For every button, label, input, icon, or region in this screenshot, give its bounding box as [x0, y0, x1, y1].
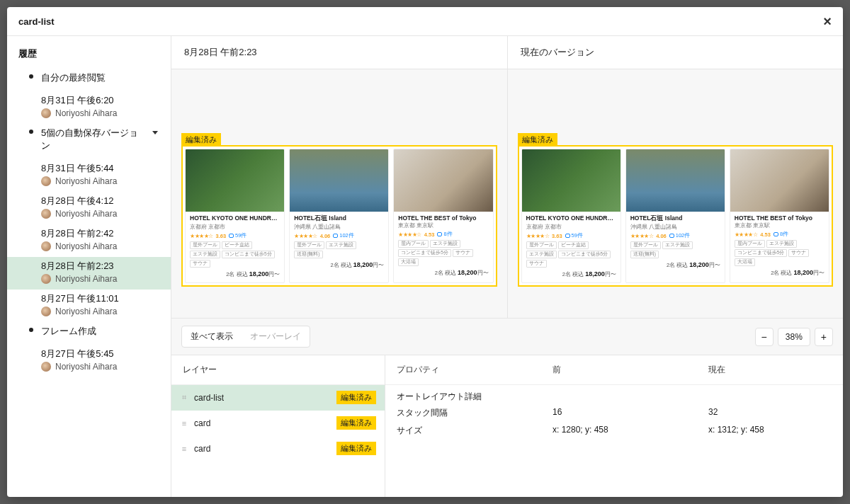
property-label: サイズ: [397, 425, 552, 437]
hotel-card[interactable]: HOTEL KYOTO ONE HUNDRED (ホテル…京都府 京都市★★★★…: [185, 149, 285, 283]
reviews-link[interactable]: 8件: [774, 231, 788, 238]
tag: 大浴場: [398, 258, 419, 266]
sidebar-version-item[interactable]: 8月28日 午前2:42Noriyoshi Aihara: [7, 224, 171, 257]
canvas-left[interactable]: 編集済み HOTEL KYOTO ONE HUNDRED (ホテル…京都府 京都…: [171, 69, 508, 318]
card-location: 沖縄県 八重山諸島: [294, 224, 384, 231]
version-time: 8月31日 午後5:44: [41, 162, 159, 175]
reviews-link[interactable]: 8件: [437, 231, 452, 238]
col-after: 現在: [708, 364, 832, 376]
layer-item[interactable]: ⌗card-list編集済み: [171, 385, 385, 411]
layer-item[interactable]: ≡card編集済み: [171, 411, 385, 436]
card-title: HOTEL THE BEST of Tokyo: [398, 214, 488, 222]
hotel-card[interactable]: HOTEL THE BEST of Tokyo東京都 東京駅★★★★☆4.538…: [730, 149, 829, 283]
rating-value: 3.63: [552, 233, 562, 239]
layers-heading: レイヤー: [171, 355, 385, 385]
sidebar-group[interactable]: フレーム作成: [7, 322, 171, 345]
main-panel: 8月28日 午前2:23 現在のバージョン 編集済み HOTEL KYOTO O…: [171, 36, 843, 497]
zoom-out-button[interactable]: −: [755, 328, 774, 346]
chevron-down-icon: [152, 131, 158, 134]
property-section: オートレイアウト詳細: [385, 385, 843, 404]
tag: エステ施設: [526, 251, 557, 258]
version-author: Noriyoshi Aihara: [41, 209, 159, 219]
stars-icon: ★★★★☆: [190, 233, 213, 239]
layer-icon: ≡: [180, 419, 188, 428]
comment-icon: [669, 234, 674, 238]
comment-icon: [333, 234, 338, 238]
property-label: スタック間隔: [397, 407, 552, 419]
layer-item[interactable]: ≡card編集済み: [171, 436, 385, 462]
edited-badge: 編集済み: [336, 442, 376, 455]
overlay-tab[interactable]: オーバーレイ: [242, 326, 310, 347]
card-price: 2名 税込 18,200円〜: [526, 270, 616, 278]
card-location: 京都府 京都市: [526, 224, 616, 231]
tag-row: 屋外プールビーチ直結エステ施設コンビニまで徒歩5分サウナ: [526, 241, 616, 268]
tag: 屋外プール: [190, 241, 220, 249]
canvas-right[interactable]: 編集済み HOTEL KYOTO ONE HUNDRED (ホテル…京都府 京都…: [508, 69, 844, 318]
sidebar-group-label: 自分の最終閲覧: [41, 71, 159, 84]
hotel-card[interactable]: HOTEL KYOTO ONE HUNDRED (ホテル…京都府 京都市★★★★…: [521, 149, 621, 283]
card-image: [186, 149, 284, 212]
close-icon[interactable]: ×: [823, 14, 832, 28]
reviews-link[interactable]: 59件: [229, 232, 246, 239]
version-time: 8月31日 午後6:20: [41, 94, 159, 107]
sidebar-version-item[interactable]: 8月28日 午後4:12Noriyoshi Aihara: [7, 192, 171, 224]
card-location: 京都府 京都市: [190, 224, 280, 231]
version-author: Noriyoshi Aihara: [41, 274, 159, 284]
card-price: 2名 税込 18,200円〜: [294, 261, 384, 269]
tag: 屋外プール: [526, 241, 557, 249]
reviews-link[interactable]: 102件: [669, 232, 691, 239]
avatar: [41, 307, 51, 316]
card-price: 2名 税込 18,200円〜: [735, 269, 824, 277]
sidebar-version-item[interactable]: 8月27日 午後5:45Noriyoshi Aihara: [7, 345, 171, 377]
card-rating: ★★★★☆3.6359件: [190, 232, 280, 239]
hotel-card[interactable]: HOTEL石垣 Island沖縄県 八重山諸島★★★★☆4.06102件屋外プー…: [289, 149, 389, 283]
avatar: [41, 241, 51, 251]
dialog-title: card-list: [18, 16, 55, 27]
reviews-link[interactable]: 102件: [333, 232, 354, 239]
stars-icon: ★★★★☆: [398, 231, 421, 238]
sidebar-version-item[interactable]: 8月28日 午前2:23Noriyoshi Aihara: [7, 257, 171, 290]
sidebar-version-item[interactable]: 8月27日 午後11:01Noriyoshi Aihara: [7, 290, 171, 322]
side-by-side-tab[interactable]: 並べて表示: [182, 326, 242, 347]
hotel-card[interactable]: HOTEL THE BEST of Tokyo東京都 東京駅★★★★☆4.538…: [393, 149, 493, 283]
comment-icon: [229, 234, 234, 238]
tag: 送迎(無料): [294, 251, 322, 258]
card-title: HOTEL石垣 Island: [630, 214, 720, 223]
property-row: スタック間隔1632: [385, 404, 843, 422]
reviews-link[interactable]: 59件: [565, 232, 583, 239]
version-time: 8月28日 午後4:12: [41, 195, 159, 207]
layer-name: card: [194, 418, 331, 428]
card-image: [290, 149, 388, 212]
version-history-dialog: card-list × 履歴 自分の最終閲覧8月31日 午後6:20Noriyo…: [7, 7, 843, 497]
hotel-card[interactable]: HOTEL石垣 Island沖縄県 八重山諸島★★★★☆4.06102件屋外プー…: [625, 149, 725, 283]
sidebar-group[interactable]: 自分の最終閲覧: [7, 69, 171, 91]
stars-icon: ★★★★☆: [526, 233, 550, 239]
tag: サウナ: [190, 260, 210, 268]
version-author: Noriyoshi Aihara: [41, 176, 159, 186]
sidebar-group[interactable]: 5個の自動保存バージョン: [7, 124, 171, 159]
tag-row: 屋外プールビーチ直結エステ施設コンビニまで徒歩5分サウナ: [190, 241, 280, 268]
tag: コンビニまで徒歩5分: [558, 251, 611, 258]
comment-icon: [774, 232, 778, 236]
tag: コンビニまで徒歩5分: [735, 249, 788, 257]
zoom-in-button[interactable]: +: [815, 328, 833, 346]
sidebar-heading: 履歴: [7, 42, 171, 69]
dialog-header: card-list ×: [7, 7, 843, 36]
sidebar-version-item[interactable]: 8月31日 午後6:20Noriyoshi Aihara: [7, 91, 171, 124]
zoom-controls: − 38% +: [755, 328, 833, 346]
tag: サウナ: [526, 260, 547, 268]
rating-value: 3.63: [216, 233, 227, 239]
canvas-row: 編集済み HOTEL KYOTO ONE HUNDRED (ホテル…京都府 京都…: [171, 69, 843, 319]
version-time: 8月27日 午後5:45: [41, 348, 159, 360]
tag-row: 屋外プールエステ施設送迎(無料): [294, 241, 384, 258]
card-location: 東京都 東京駅: [398, 222, 488, 229]
property-before: x: 1280; y: 458: [552, 425, 708, 437]
tag: コンビニまで徒歩5分: [398, 249, 451, 257]
tag: エステ施設: [766, 240, 797, 248]
sidebar-version-item[interactable]: 8月31日 午後5:44Noriyoshi Aihara: [7, 159, 171, 192]
tag-row: 屋外プールエステ施設送迎(無料): [630, 241, 720, 258]
card-title: HOTEL KYOTO ONE HUNDRED (ホテル…: [526, 214, 616, 223]
card-price: 2名 税込 18,200円〜: [630, 261, 720, 269]
right-version-title: 現在のバージョン: [508, 36, 844, 69]
sidebar-group-label: フレーム作成: [41, 325, 159, 338]
